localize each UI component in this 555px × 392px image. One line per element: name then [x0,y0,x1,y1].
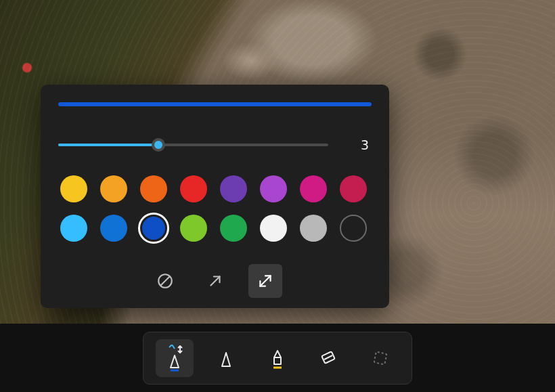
color-swatch-magenta[interactable] [300,175,327,202]
slider-thumb[interactable] [152,138,165,152]
color-swatch-amber[interactable] [100,175,127,202]
color-swatch-blue[interactable] [138,213,169,244]
tool-pen-blue[interactable] [156,339,194,377]
svg-line-2 [210,277,219,286]
tool-eraser[interactable] [310,339,348,377]
svg-line-3 [260,276,270,286]
tool-highlighter[interactable] [259,339,296,377]
thickness-value: 3 [335,137,372,152]
highlighter-icon [267,345,288,371]
pen-blue-icon [162,345,187,372]
svg-line-1 [160,276,169,286]
color-swatch-indigo[interactable] [220,175,247,202]
color-swatch-green[interactable] [220,215,247,242]
color-swatch-white[interactable] [260,215,287,242]
color-swatch-crimson[interactable] [340,175,367,202]
color-swatch-azure[interactable] [100,215,127,242]
thickness-row: 3 [54,137,376,152]
bottom-toolbar [0,324,555,392]
arrow-up-right-icon [206,272,224,290]
color-swatch-grid [54,175,376,244]
stroke-preview [58,102,372,106]
pen-icon [216,346,236,370]
color-swatch-none[interactable] [340,215,367,242]
arrow-tip-both[interactable] [248,264,282,298]
crop-icon [370,348,391,368]
tool-crop[interactable] [361,339,399,377]
color-swatch-violet[interactable] [260,175,287,202]
color-swatch-orange[interactable] [140,175,167,202]
arrow-tip-none[interactable] [148,264,182,298]
arrow-tip-row [54,264,376,298]
slider-fill [58,144,158,146]
svg-line-11 [324,355,332,360]
tool-pen[interactable] [207,339,245,377]
color-swatch-yellow[interactable] [60,175,87,202]
eraser-icon [319,348,339,368]
color-swatch-grey[interactable] [300,215,327,242]
color-swatch-sky[interactable] [60,215,87,242]
color-swatch-lime[interactable] [180,215,207,242]
no-icon [156,272,174,290]
arrow-both-icon [257,272,274,290]
svg-rect-12 [374,351,387,364]
tool-group [143,332,412,385]
color-swatch-red[interactable] [180,175,207,202]
arrow-tip-single[interactable] [198,264,232,298]
thickness-slider[interactable] [58,138,328,152]
pen-settings-popup: 3 [41,85,389,308]
